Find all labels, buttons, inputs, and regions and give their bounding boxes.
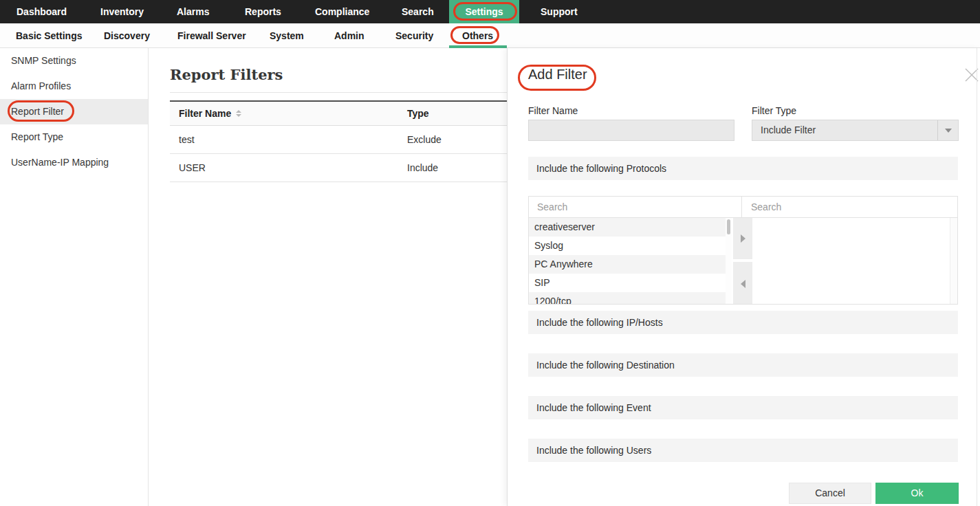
available-list-scrollbar[interactable] xyxy=(726,218,732,305)
selected-list-scrollbar-track[interactable] xyxy=(950,218,957,305)
subtab-basic-settings[interactable]: Basic Settings xyxy=(16,23,82,48)
subtab-others-active[interactable]: Others xyxy=(462,23,493,48)
table-row[interactable]: test Exclude xyxy=(170,126,507,154)
list-item-protocol[interactable]: 1200/tcp xyxy=(529,292,726,305)
tab-alarms[interactable]: Alarms xyxy=(177,0,209,23)
tab-reports[interactable]: Reports xyxy=(245,0,281,23)
cell-type: Exclude xyxy=(407,134,507,145)
tab-inventory[interactable]: Inventory xyxy=(100,0,144,23)
filter-type-label: Filter Type xyxy=(752,105,796,116)
page-title: Report Filters xyxy=(170,66,283,83)
selected-search-cell xyxy=(743,197,957,217)
tab-settings-label: Settings xyxy=(465,0,503,23)
panel-scrollbar-track[interactable] xyxy=(977,48,977,506)
dropdown-caret-box[interactable] xyxy=(937,120,958,140)
move-buttons-column xyxy=(733,218,752,305)
tab-compliance[interactable]: Compliance xyxy=(315,0,369,23)
settings-sidebar: SNMP Settings Alarm Profiles Report Filt… xyxy=(0,48,149,506)
scrollbar-thumb[interactable] xyxy=(727,219,730,234)
active-subtab-indicator xyxy=(449,45,507,48)
settings-sub-navigation: Basic Settings Discovery Firewall Server… xyxy=(0,23,980,48)
filter-name-label: Filter Name xyxy=(528,105,578,116)
sidebar-item-alarm-profiles[interactable]: Alarm Profiles xyxy=(0,74,148,99)
filter-name-header-label: Filter Name xyxy=(179,108,231,119)
list-item-protocol[interactable]: creativeserver xyxy=(529,218,726,236)
move-right-button[interactable] xyxy=(733,218,752,259)
add-filter-panel: Add Filter Filter Name Filter Type Inclu… xyxy=(507,48,980,506)
tab-settings-active[interactable]: Settings xyxy=(449,0,519,23)
tab-support[interactable]: Support xyxy=(541,0,578,23)
sidebar-item-username-ip-mapping[interactable]: UserName-IP Mapping xyxy=(0,150,148,175)
table-row[interactable]: USER Include xyxy=(170,154,507,182)
filter-type-selected-value: Include Filter xyxy=(761,120,816,140)
available-search-input[interactable] xyxy=(529,197,741,217)
selected-protocols-list[interactable] xyxy=(752,218,950,305)
subtab-firewall-server[interactable]: Firewall Server xyxy=(177,23,246,48)
search-row xyxy=(529,197,957,218)
cell-filter-name: test xyxy=(170,134,407,145)
arrow-right-icon xyxy=(741,234,745,243)
available-protocols-list: creativeserver Syslog PC Anywhere SIP 12… xyxy=(529,218,726,305)
filter-name-input[interactable] xyxy=(528,120,734,141)
section-ip-hosts-header[interactable]: Include the following IP/Hosts xyxy=(528,311,958,334)
selected-search-input[interactable] xyxy=(743,197,957,217)
table-header-row: Filter Name Type xyxy=(170,100,507,126)
subtab-security[interactable]: Security xyxy=(395,23,433,48)
sidebar-item-report-type[interactable]: Report Type xyxy=(0,124,148,150)
sidebar-item-snmp-settings[interactable]: SNMP Settings xyxy=(0,48,148,74)
sidebar-item-report-filter[interactable]: Report Filter xyxy=(0,99,148,124)
list-item-protocol[interactable]: PC Anywhere xyxy=(529,255,726,274)
tab-dashboard[interactable]: Dashboard xyxy=(17,0,67,23)
title-divider xyxy=(170,92,507,93)
move-left-button[interactable] xyxy=(733,262,752,305)
arrow-left-icon xyxy=(741,280,745,288)
list-item-protocol[interactable]: Syslog xyxy=(529,236,726,255)
available-search-cell xyxy=(529,197,742,217)
subtab-discovery[interactable]: Discovery xyxy=(104,23,150,48)
panel-title: Add Filter xyxy=(528,67,587,82)
cell-filter-name: USER xyxy=(170,162,407,173)
list-item-protocol[interactable]: SIP xyxy=(529,274,726,292)
cell-type: Include xyxy=(407,162,507,173)
column-header-filter-name[interactable]: Filter Name xyxy=(170,108,407,119)
report-filters-table: Filter Name Type test Exclude USER Inclu… xyxy=(170,100,507,182)
section-destination-header[interactable]: Include the following Destination xyxy=(528,353,958,377)
filter-type-dropdown[interactable]: Include Filter xyxy=(752,120,959,141)
chevron-down-icon xyxy=(945,129,952,133)
sort-icon[interactable] xyxy=(236,110,241,117)
protocols-dual-listbox: creativeserver Syslog PC Anywhere SIP 12… xyxy=(528,196,958,305)
tab-search[interactable]: Search xyxy=(402,0,434,23)
ok-button[interactable]: Ok xyxy=(875,483,959,504)
section-protocols-header[interactable]: Include the following Protocols xyxy=(528,157,958,180)
top-navigation-bar: Dashboard Inventory Alarms Reports Compl… xyxy=(0,0,980,23)
cancel-button[interactable]: Cancel xyxy=(789,483,871,504)
subtab-admin[interactable]: Admin xyxy=(334,23,364,48)
column-header-type[interactable]: Type xyxy=(407,108,507,119)
subtab-system[interactable]: System xyxy=(270,23,304,48)
section-event-header[interactable]: Include the following Event xyxy=(528,396,958,419)
section-users-header[interactable]: Include the following Users xyxy=(528,439,958,462)
